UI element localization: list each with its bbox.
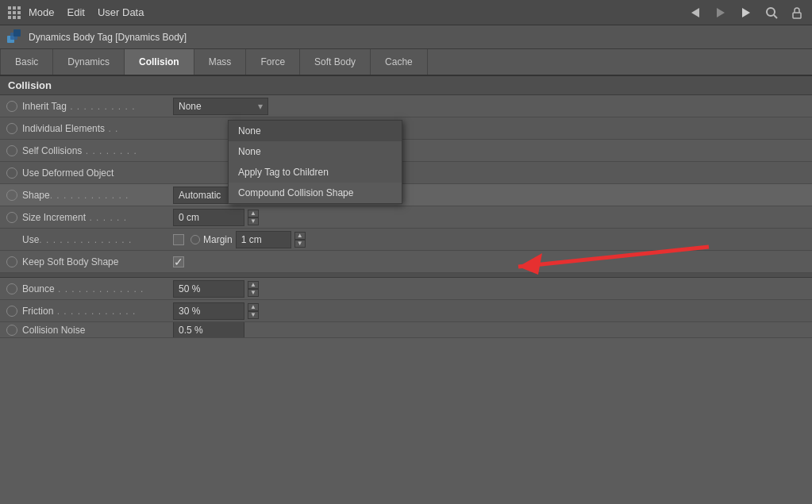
- radio-keep-soft-body[interactable]: [6, 256, 17, 267]
- stepper-down-bounce[interactable]: ▼: [248, 289, 259, 297]
- radio-use-deformed[interactable]: [6, 167, 17, 179]
- stepper-size-increment[interactable]: ▲ ▼: [248, 210, 259, 225]
- margin-group: Margin 1 cm ▲ ▼: [190, 231, 306, 248]
- svg-rect-0: [8, 6, 11, 10]
- stepper-friction[interactable]: ▲ ▼: [248, 303, 259, 319]
- svg-rect-6: [8, 16, 11, 19]
- stepper-up-friction[interactable]: ▲: [248, 303, 259, 311]
- main-content: Collision Inherit Tag . . . . . . . . . …: [0, 76, 812, 504]
- value-bounce: 50 % ▲ ▼: [173, 280, 259, 298]
- label-collision-noise: Collision Noise: [22, 325, 173, 336]
- label-self-collisions: Self Collisions . . . . . . . .: [22, 145, 173, 156]
- svg-rect-4: [13, 11, 16, 14]
- radio-size-increment[interactable]: [6, 212, 17, 223]
- menu-userdata[interactable]: User Data: [98, 6, 144, 18]
- target-icon[interactable]: [737, 4, 755, 21]
- svg-rect-17: [13, 29, 21, 37]
- stepper-down-margin[interactable]: ▼: [294, 240, 306, 248]
- label-shape: Shape. . . . . . . . . . . .: [22, 190, 173, 201]
- property-row-self-collisions: Self Collisions . . . . . . . .: [0, 140, 812, 162]
- property-row-shape: Shape. . . . . . . . . . . . Automatic ▾: [0, 184, 812, 206]
- tag-icon: [6, 29, 24, 46]
- radio-margin[interactable]: [190, 235, 200, 244]
- section-header-collision: Collision: [0, 76, 812, 95]
- radio-collision-noise[interactable]: [6, 325, 17, 336]
- radio-inherit-tag[interactable]: [6, 101, 17, 112]
- label-friction: Friction . . . . . . . . . . . .: [22, 306, 173, 317]
- stepper-up-size-increment[interactable]: ▲: [248, 210, 259, 217]
- property-row-individual-elements: Individual Elements . .: [0, 117, 812, 140]
- back-arrow-icon[interactable]: [687, 4, 704, 21]
- tab-mass[interactable]: Mass: [194, 49, 247, 75]
- tab-collision[interactable]: Collision: [125, 49, 194, 75]
- label-inherit-tag: Inherit Tag . . . . . . . . . .: [22, 101, 173, 112]
- lock-icon[interactable]: [788, 4, 806, 21]
- label-margin: Margin: [203, 234, 233, 245]
- svg-marker-9: [691, 8, 699, 17]
- radio-individual-elements[interactable]: [6, 123, 17, 134]
- tab-force[interactable]: Force: [246, 49, 300, 75]
- tab-basic[interactable]: Basic: [0, 49, 53, 75]
- dropdown-item-none-header[interactable]: None: [229, 121, 402, 141]
- stepper-up-bounce[interactable]: ▲: [248, 281, 259, 289]
- label-use-deformed: Use Deformed Object: [22, 167, 173, 179]
- menu-edit[interactable]: Edit: [67, 6, 85, 18]
- top-bar: Mode Edit User Data: [0, 0, 812, 25]
- dropdown-inherit-tag[interactable]: None ▾: [173, 98, 268, 115]
- property-row-use: Use. . . . . . . . . . . . . . Margin 1 …: [0, 229, 812, 251]
- property-row-friction: Friction . . . . . . . . . . . . 30 % ▲ …: [0, 300, 812, 322]
- forward-arrow-icon[interactable]: [712, 4, 729, 21]
- search-icon[interactable]: [763, 4, 780, 21]
- value-use: Margin 1 cm ▲ ▼: [173, 231, 306, 248]
- field-bounce[interactable]: 50 %: [173, 280, 244, 298]
- tabs-bar: Basic Dynamics Collision Mass Force Soft…: [0, 49, 812, 76]
- stepper-up-margin[interactable]: ▲: [294, 232, 306, 240]
- value-inherit-tag: None ▾: [173, 98, 268, 115]
- property-row-size-increment: Size Increment . . . . . . 0 cm ▲ ▼: [0, 206, 812, 229]
- radio-friction[interactable]: [6, 306, 17, 317]
- svg-rect-7: [13, 16, 16, 19]
- menu-bar: Mode Edit User Data: [29, 6, 687, 18]
- property-row-inherit-tag: Inherit Tag . . . . . . . . . . None ▾: [0, 95, 812, 117]
- stepper-margin[interactable]: ▲ ▼: [294, 232, 306, 248]
- tab-cache[interactable]: Cache: [371, 49, 428, 75]
- checkbox-use[interactable]: [173, 234, 184, 245]
- svg-point-12: [767, 8, 775, 16]
- svg-rect-5: [17, 11, 21, 14]
- tab-softbody[interactable]: Soft Body: [300, 49, 371, 75]
- stepper-bounce[interactable]: ▲ ▼: [248, 281, 259, 297]
- value-keep-soft-body: ✓: [173, 256, 184, 267]
- stepper-down-friction[interactable]: ▼: [248, 311, 259, 319]
- svg-rect-14: [793, 13, 801, 18]
- field-friction[interactable]: 30 %: [173, 302, 244, 320]
- field-size-increment[interactable]: 0 cm: [173, 209, 244, 226]
- checkbox-keep-soft-body[interactable]: ✓: [173, 256, 184, 267]
- dropdown-item-apply-tag[interactable]: Apply Tag to Children: [229, 162, 402, 183]
- value-size-increment: 0 cm ▲ ▼: [173, 209, 259, 226]
- dropdown-menu: None None Apply Tag to Children Compound…: [228, 120, 402, 204]
- dropdown-item-compound[interactable]: Compound Collision Shape: [229, 183, 402, 203]
- svg-line-13: [774, 15, 777, 18]
- radio-self-collisions[interactable]: [6, 145, 17, 156]
- field-margin[interactable]: 1 cm: [236, 231, 291, 248]
- window-title: Dynamics Body Tag [Dynamics Body]: [29, 32, 187, 43]
- svg-marker-11: [742, 8, 750, 17]
- property-row-collision-noise: Collision Noise 0.5 %: [0, 322, 812, 338]
- radio-bounce[interactable]: [6, 283, 17, 294]
- label-size-increment: Size Increment . . . . . .: [22, 212, 173, 223]
- stepper-down-size-increment[interactable]: ▼: [248, 217, 259, 225]
- svg-rect-1: [13, 6, 16, 10]
- svg-marker-10: [717, 8, 725, 17]
- svg-rect-2: [17, 6, 21, 10]
- property-row-use-deformed: Use Deformed Object: [0, 162, 812, 184]
- radio-shape[interactable]: [6, 190, 17, 201]
- field-collision-noise[interactable]: 0.5 %: [173, 322, 244, 338]
- tab-dynamics[interactable]: Dynamics: [53, 49, 125, 75]
- title-bar: Dynamics Body Tag [Dynamics Body]: [0, 25, 812, 49]
- dropdown-item-none[interactable]: None: [229, 141, 402, 162]
- property-row-keep-soft-body: Keep Soft Body Shape ✓: [0, 251, 812, 273]
- svg-rect-8: [17, 16, 21, 19]
- label-keep-soft-body: Keep Soft Body Shape: [22, 256, 173, 267]
- menu-mode[interactable]: Mode: [29, 6, 55, 18]
- value-collision-noise: 0.5 %: [173, 322, 244, 338]
